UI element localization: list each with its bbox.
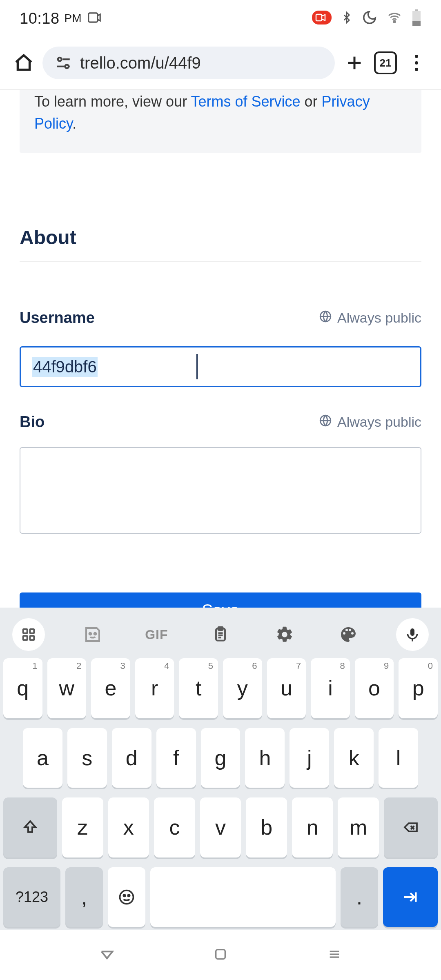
key-label: f — [173, 746, 179, 770]
key-k[interactable]: k — [334, 728, 374, 788]
tab-count-button[interactable]: 21 — [374, 51, 397, 74]
username-input[interactable]: 44f9dbf6 — [20, 346, 421, 387]
wifi-icon — [386, 11, 403, 26]
period-key-label: . — [356, 885, 362, 909]
soft-keyboard: GIF 1q2w3e4r5t6y7u8i9o0p asdfghjkl zxcvb… — [0, 608, 441, 930]
browser-home-button[interactable] — [12, 51, 35, 74]
key-hint: 4 — [164, 661, 169, 671]
key-label: h — [259, 746, 271, 770]
svg-rect-18 — [30, 629, 34, 633]
comma-key-label: , — [81, 885, 87, 909]
emoji-key[interactable] — [108, 867, 145, 927]
browser-menu-button[interactable] — [404, 51, 429, 75]
comma-key[interactable]: , — [65, 867, 103, 927]
key-x[interactable]: x — [108, 797, 149, 858]
site-settings-icon[interactable] — [55, 54, 72, 71]
key-y[interactable]: 6y — [223, 658, 262, 718]
keyboard-mic-button[interactable] — [396, 618, 429, 651]
svg-rect-17 — [23, 629, 27, 633]
bio-field-row: Bio Always public — [20, 413, 421, 431]
statusbar: 10:18 PM — [0, 0, 441, 37]
svg-point-22 — [94, 633, 96, 635]
key-label: e — [105, 676, 117, 700]
keyboard-apps-button[interactable] — [12, 618, 45, 651]
nav-home-button[interactable] — [214, 947, 227, 963]
key-f[interactable]: f — [156, 728, 196, 788]
key-v[interactable]: v — [200, 797, 241, 858]
key-hint: 3 — [120, 661, 125, 671]
text-cursor-icon — [196, 354, 198, 379]
shift-key[interactable] — [3, 797, 57, 858]
key-l[interactable]: l — [379, 728, 418, 788]
username-label: Username — [20, 309, 95, 327]
space-key[interactable] — [150, 867, 336, 927]
key-label: y — [237, 676, 248, 700]
statusbar-right — [312, 9, 421, 27]
key-label: g — [215, 746, 227, 770]
svg-rect-19 — [23, 636, 27, 640]
nav-recents-button[interactable] — [326, 947, 343, 963]
notice-or: or — [301, 93, 322, 110]
key-b[interactable]: b — [246, 797, 287, 858]
about-heading: About — [20, 226, 421, 262]
nav-back-button[interactable] — [99, 946, 115, 964]
key-label: k — [349, 746, 359, 770]
key-i[interactable]: 8i — [311, 658, 350, 718]
new-tab-button[interactable] — [342, 51, 367, 75]
bio-visibility-text: Always public — [337, 414, 421, 430]
key-q[interactable]: 1q — [3, 658, 42, 718]
key-h[interactable]: h — [245, 728, 285, 788]
symbols-key[interactable]: ?123 — [3, 867, 60, 927]
key-r[interactable]: 4r — [135, 658, 174, 718]
key-p[interactable]: 0p — [399, 658, 438, 718]
backspace-key[interactable] — [384, 797, 438, 858]
key-w[interactable]: 2w — [47, 658, 87, 718]
svg-point-33 — [128, 895, 129, 896]
tab-count-value: 21 — [380, 57, 392, 69]
keyboard-rows: 1q2w3e4r5t6y7u8i9o0p asdfghjkl zxcvbnm ?… — [0, 656, 441, 930]
bio-textarea[interactable] — [20, 447, 421, 534]
keyboard-gif-button[interactable]: GIF — [140, 618, 173, 651]
key-m[interactable]: m — [338, 797, 379, 858]
statusbar-time: 10:18 — [20, 10, 60, 27]
terms-of-service-link[interactable]: Terms of Service — [191, 93, 301, 110]
bio-label: Bio — [20, 413, 45, 431]
key-j[interactable]: j — [290, 728, 329, 788]
info-notice: To learn more, view our Terms of Service… — [20, 90, 421, 153]
about-section: About Username Always public 44f9dbf6 Bi… — [0, 226, 441, 535]
key-u[interactable]: 7u — [267, 658, 306, 718]
keyboard-theme-button[interactable] — [332, 618, 365, 651]
key-n[interactable]: n — [292, 797, 333, 858]
key-d[interactable]: d — [112, 728, 151, 788]
webpage-viewport[interactable]: To learn more, view our Terms of Service… — [0, 90, 441, 980]
key-z[interactable]: z — [62, 797, 103, 858]
statusbar-left: 10:18 PM — [20, 10, 102, 27]
key-g[interactable]: g — [201, 728, 241, 788]
keyboard-toolbar: GIF — [0, 613, 441, 656]
svg-rect-6 — [412, 21, 421, 26]
key-t[interactable]: 5t — [179, 658, 218, 718]
key-o[interactable]: 9o — [355, 658, 394, 718]
key-e[interactable]: 3e — [91, 658, 130, 718]
globe-icon — [318, 414, 332, 431]
key-label: c — [169, 815, 180, 840]
statusbar-meridiem: PM — [65, 12, 82, 25]
key-s[interactable]: s — [67, 728, 107, 788]
svg-rect-4 — [415, 9, 418, 11]
svg-point-31 — [120, 890, 134, 904]
keyboard-sticker-button[interactable] — [76, 618, 109, 651]
svg-point-10 — [65, 65, 69, 68]
key-label: p — [412, 676, 424, 700]
next-key[interactable] — [383, 867, 438, 927]
svg-rect-36 — [216, 950, 225, 959]
screencast-icon — [87, 10, 102, 27]
key-a[interactable]: a — [23, 728, 62, 788]
keyboard-settings-button[interactable] — [268, 618, 301, 651]
username-visibility: Always public — [318, 310, 421, 327]
keyboard-clipboard-button[interactable] — [204, 618, 237, 651]
username-field-row: Username Always public — [20, 309, 421, 327]
url-bar[interactable]: trello.com/u/44f9 — [42, 47, 335, 79]
period-key[interactable]: . — [341, 867, 378, 927]
key-c[interactable]: c — [154, 797, 195, 858]
key-label: l — [396, 746, 401, 770]
